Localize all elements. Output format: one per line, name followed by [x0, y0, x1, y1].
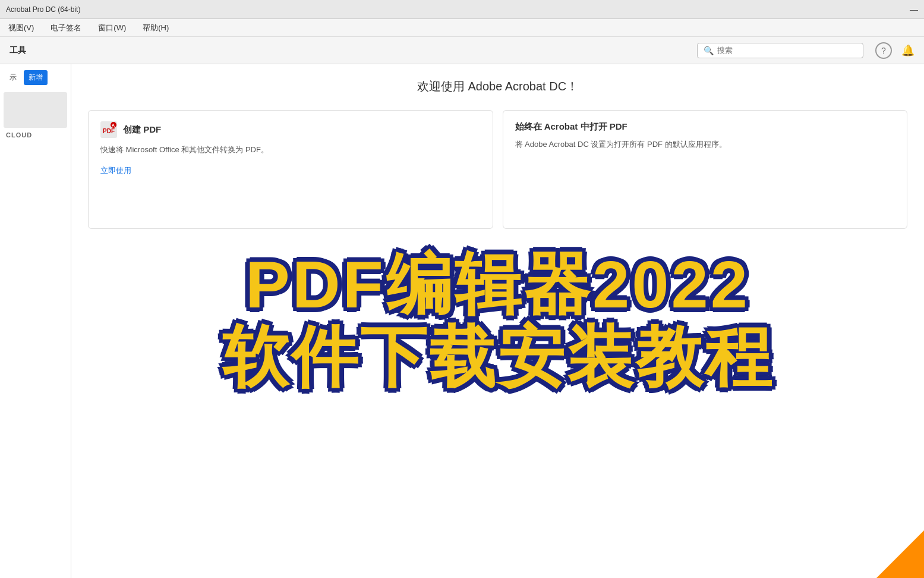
card-create-pdf: PDF A 创建 PDF 快速将 Microsoft Office 和其他文件转… [88, 110, 493, 229]
overlay-line2: 软件下载安装教程 [222, 324, 774, 391]
card-create-pdf-desc: 快速将 Microsoft Office 和其他文件转换为 PDF。 [100, 144, 481, 156]
menu-esign[interactable]: 电子签名 [47, 20, 85, 36]
card-always-open-title: 始终在 Acrobat 中打开 PDF [515, 121, 627, 133]
main-layout: 示 新增 CLOUD 欢迎使用 Adobe Acrobat DC！ PDF A [0, 64, 924, 578]
welcome-header: 欢迎使用 Adobe Acrobat DC！ [71, 64, 924, 105]
search-bar: 🔍 [697, 43, 863, 58]
sidebar-tab-new[interactable]: 新增 [24, 70, 48, 85]
search-icon: 🔍 [704, 46, 714, 55]
sidebar-cloud-label: CLOUD [0, 128, 71, 142]
title-bar-controls: — [910, 5, 918, 14]
menu-view[interactable]: 视图(V) [5, 20, 37, 36]
cards-row: PDF A 创建 PDF 快速将 Microsoft Office 和其他文件转… [71, 110, 924, 229]
search-input[interactable] [717, 46, 857, 55]
sidebar-gray-placeholder [4, 92, 67, 128]
toolbar-tools-label: 工具 [10, 45, 26, 56]
svg-text:A: A [112, 123, 115, 127]
title-bar-text: Acrobat Pro DC (64-bit) [6, 5, 80, 14]
svg-text:PDF: PDF [103, 128, 115, 134]
card-always-open-header: 始终在 Acrobat 中打开 PDF [515, 121, 895, 133]
card-create-pdf-title: 创建 PDF [123, 124, 161, 136]
toolbar: 工具 🔍 ? 🔔 [0, 37, 924, 64]
help-button[interactable]: ? [875, 42, 892, 59]
sidebar: 示 新增 CLOUD [0, 64, 71, 578]
minimize-button[interactable]: — [910, 5, 918, 14]
content-area: 欢迎使用 Adobe Acrobat DC！ PDF A 创建 PDF 快速 [71, 64, 924, 578]
menu-bar: 视图(V) 电子签名 窗口(W) 帮助(H) [0, 19, 924, 37]
orange-triangle-decoration [876, 530, 924, 578]
menu-help[interactable]: 帮助(H) [139, 20, 172, 36]
sidebar-tab-recent[interactable]: 示 [5, 70, 21, 85]
pdf-icon: PDF A [100, 121, 117, 138]
overlay-line1: PDF编辑器2022 [245, 252, 750, 318]
menu-window[interactable]: 窗口(W) [94, 20, 130, 36]
card-create-pdf-link[interactable]: 立即使用 [100, 165, 481, 176]
card-always-open: 始终在 Acrobat 中打开 PDF 将 Adobe Acrobat DC 设… [503, 110, 908, 229]
card-create-pdf-header: PDF A 创建 PDF [100, 121, 481, 138]
title-bar: Acrobat Pro DC (64-bit) — [0, 0, 924, 19]
sidebar-tabs: 示 新增 [0, 70, 71, 85]
card-always-open-desc: 将 Adobe Acrobat DC 设置为打开所有 PDF 的默认应用程序。 [515, 139, 895, 150]
notification-button[interactable]: 🔔 [901, 44, 914, 57]
